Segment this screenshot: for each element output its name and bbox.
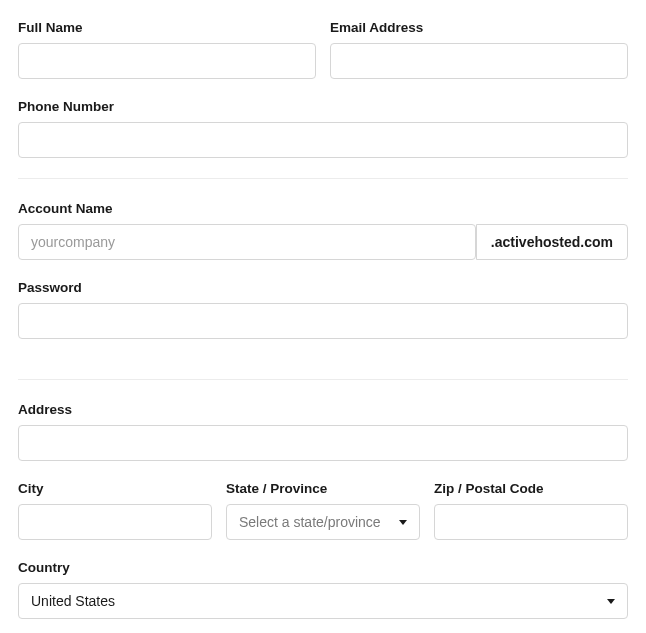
account-domain-suffix: .activehosted.com	[476, 224, 628, 260]
password-label: Password	[18, 280, 628, 295]
city-label: City	[18, 481, 212, 496]
state-select[interactable]: Select a state/province	[226, 504, 420, 540]
address-label: Address	[18, 402, 628, 417]
email-label: Email Address	[330, 20, 628, 35]
account-name-field: Account Name .activehosted.com	[18, 201, 628, 260]
phone-field: Phone Number	[18, 99, 628, 158]
full-name-field: Full Name	[18, 20, 316, 79]
full-name-label: Full Name	[18, 20, 316, 35]
address-field: Address	[18, 402, 628, 461]
country-select-text: United States	[31, 593, 115, 609]
zip-label: Zip / Postal Code	[434, 481, 628, 496]
phone-label: Phone Number	[18, 99, 628, 114]
city-field: City	[18, 481, 212, 540]
section-divider-1	[18, 178, 628, 179]
email-input[interactable]	[330, 43, 628, 79]
state-label: State / Province	[226, 481, 420, 496]
city-input[interactable]	[18, 504, 212, 540]
country-label: Country	[18, 560, 628, 575]
address-input[interactable]	[18, 425, 628, 461]
country-select[interactable]: United States	[18, 583, 628, 619]
section-divider-2	[18, 379, 628, 380]
chevron-down-icon	[607, 599, 615, 604]
password-field: Password	[18, 280, 628, 339]
zip-input[interactable]	[434, 504, 628, 540]
phone-input[interactable]	[18, 122, 628, 158]
state-field: State / Province Select a state/province	[226, 481, 420, 540]
country-field: Country United States	[18, 560, 628, 619]
full-name-input[interactable]	[18, 43, 316, 79]
state-select-text: Select a state/province	[239, 514, 381, 530]
chevron-down-icon	[399, 520, 407, 525]
email-field: Email Address	[330, 20, 628, 79]
password-input[interactable]	[18, 303, 628, 339]
account-name-label: Account Name	[18, 201, 628, 216]
zip-field: Zip / Postal Code	[434, 481, 628, 540]
account-name-input[interactable]	[18, 224, 476, 260]
